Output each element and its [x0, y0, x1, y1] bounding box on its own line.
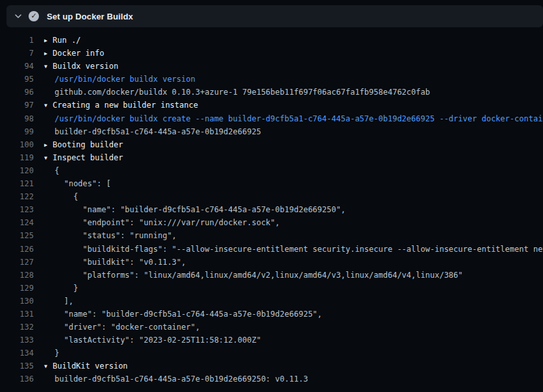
line-number[interactable]: 134 [0, 347, 34, 360]
expanded-arrow-icon: ▼ [44, 360, 53, 373]
log-line: 1▶Run ./ [0, 34, 543, 47]
log-line: 121 "nodes": [ [0, 177, 543, 190]
log-group-title[interactable]: ▼Buildx version [44, 60, 118, 73]
log-output-text: } [55, 282, 78, 295]
line-number[interactable]: 96 [0, 86, 34, 99]
log-group-title[interactable]: ▼BuildKit version [44, 360, 128, 373]
log-group-title[interactable]: ▶Run ./ [44, 34, 81, 47]
log-output-text: { [55, 190, 78, 203]
log-group-title[interactable]: ▶Docker info [44, 47, 104, 60]
log-line: 94▼Buildx version [0, 60, 543, 73]
log-command-text: /usr/bin/docker buildx version [55, 73, 196, 86]
log-output-text: "name": "builder-d9cfb5a1-c764-445a-a57e… [55, 203, 346, 216]
line-number[interactable]: 136 [0, 373, 34, 386]
line-number[interactable]: 1 [0, 34, 34, 47]
line-number[interactable]: 119 [0, 151, 34, 164]
group-label: Docker info [53, 49, 104, 58]
log-output-text: "buildkitd-flags": "--allow-insecure-ent… [55, 243, 543, 256]
line-number[interactable]: 122 [0, 190, 34, 203]
status-success-icon: ✓ [29, 11, 39, 21]
line-number[interactable]: 131 [0, 308, 34, 321]
line-number[interactable]: 135 [0, 360, 34, 373]
log-line: 99builder-d9cfb5a1-c764-445a-a57e-0b19d2… [0, 125, 543, 138]
log-output-text: "lastActivity": "2023-02-25T11:58:12.000… [55, 334, 261, 347]
log-output-text: github.com/docker/buildx 0.10.3+azure-1 … [55, 86, 430, 99]
log-line: 95/usr/bin/docker buildx version [0, 73, 543, 86]
expanded-arrow-icon: ▼ [44, 60, 53, 73]
line-number[interactable]: 133 [0, 334, 34, 347]
line-number[interactable]: 132 [0, 321, 34, 334]
log-line: 97▼Creating a new builder instance [0, 99, 543, 112]
log-line: 98/usr/bin/docker buildx create --name b… [0, 112, 543, 125]
log-line: 119▼Inspect builder [0, 151, 543, 164]
line-number[interactable]: 98 [0, 112, 34, 125]
collapsed-arrow-icon: ▶ [44, 139, 53, 152]
group-label: BuildKit version [53, 361, 128, 371]
log-group-title[interactable]: ▼Creating a new builder instance [44, 99, 198, 112]
log-line: 125 "status": "running", [0, 229, 543, 242]
log-output-text: "driver": "docker-container", [55, 321, 200, 334]
log-output-text: "endpoint": "unix:///var/run/docker.sock… [55, 216, 280, 229]
line-number[interactable]: 123 [0, 203, 34, 216]
log-line: 127 "buildkit": "v0.11.3", [0, 256, 543, 269]
collapsed-arrow-icon: ▶ [44, 34, 53, 47]
expanded-arrow-icon: ▼ [44, 152, 53, 165]
line-number[interactable]: 95 [0, 73, 34, 86]
line-number[interactable]: 94 [0, 60, 34, 73]
log-line: 124 "endpoint": "unix:///var/run/docker.… [0, 216, 543, 229]
log-output-text: "platforms": "linux/amd64,linux/amd64/v2… [55, 269, 463, 282]
expanded-arrow-icon: ▼ [44, 99, 53, 112]
log-output-text: "status": "running", [55, 229, 177, 242]
line-number[interactable]: 128 [0, 269, 34, 282]
chevron-down-icon[interactable] [13, 11, 23, 21]
log-line: 126 "buildkitd-flags": "--allow-insecure… [0, 243, 543, 256]
step-header[interactable]: ✓ Set up Docker Buildx [6, 5, 543, 27]
log-output-text: { [55, 164, 59, 177]
group-label: Booting builder [53, 140, 123, 149]
log-output-text: "name": "builder-d9cfb5a1-c764-445a-a57e… [55, 308, 322, 321]
log-output-text: } [55, 347, 59, 360]
log-line: 133 "lastActivity": "2023-02-25T11:58:12… [0, 334, 543, 347]
log-line: 135▼BuildKit version [0, 360, 543, 373]
log-line: 130 ], [0, 295, 543, 308]
log-output-text: "buildkit": "v0.11.3", [55, 256, 186, 269]
log-line: 96github.com/docker/buildx 0.10.3+azure-… [0, 86, 543, 99]
line-number[interactable]: 120 [0, 164, 34, 177]
group-label: Run ./ [53, 36, 81, 45]
line-number[interactable]: 125 [0, 229, 34, 242]
log-command-text: /usr/bin/docker buildx create --name bui… [55, 112, 543, 125]
line-number[interactable]: 121 [0, 177, 34, 190]
log-group-title[interactable]: ▶Booting builder [44, 138, 123, 151]
log-line: 100▶Booting builder [0, 138, 543, 151]
log-line: 120{ [0, 164, 543, 177]
log-line: 7▶Docker info [0, 47, 543, 60]
log-line: 136builder-d9cfb5a1-c764-445a-a57e-0b19d… [0, 373, 543, 386]
log-line: 122 { [0, 190, 543, 203]
log-line: 131 "name": "builder-d9cfb5a1-c764-445a-… [0, 308, 543, 321]
log-output-text: "nodes": [ [55, 177, 111, 190]
line-number[interactable]: 127 [0, 256, 34, 269]
collapsed-arrow-icon: ▶ [44, 47, 53, 60]
log-line: 129 } [0, 282, 543, 295]
group-label: Creating a new builder instance [53, 101, 198, 110]
log-output-text: ], [55, 295, 73, 308]
line-number[interactable]: 129 [0, 282, 34, 295]
line-number[interactable]: 130 [0, 295, 34, 308]
log-area: 1▶Run ./7▶Docker info94▼Buildx version95… [0, 27, 543, 386]
line-number[interactable]: 126 [0, 243, 34, 256]
log-output-text: builder-d9cfb5a1-c764-445a-a57e-0b19d2e6… [55, 125, 261, 138]
log-group-title[interactable]: ▼Inspect builder [44, 151, 123, 164]
line-number[interactable]: 124 [0, 216, 34, 229]
line-number[interactable]: 99 [0, 125, 34, 138]
actions-log-viewer: ✓ Set up Docker Buildx 1▶Run ./7▶Docker … [0, 5, 543, 386]
log-output-text: builder-d9cfb5a1-c764-445a-a57e-0b19d2e6… [55, 373, 308, 386]
group-label: Buildx version [53, 62, 118, 71]
group-label: Inspect builder [53, 153, 123, 162]
line-number[interactable]: 7 [0, 47, 34, 60]
step-title: Set up Docker Buildx [47, 12, 133, 21]
line-number[interactable]: 97 [0, 99, 34, 112]
log-line: 123 "name": "builder-d9cfb5a1-c764-445a-… [0, 203, 543, 216]
line-number[interactable]: 100 [0, 138, 34, 151]
log-line: 134} [0, 347, 543, 360]
log-line: 132 "driver": "docker-container", [0, 321, 543, 334]
